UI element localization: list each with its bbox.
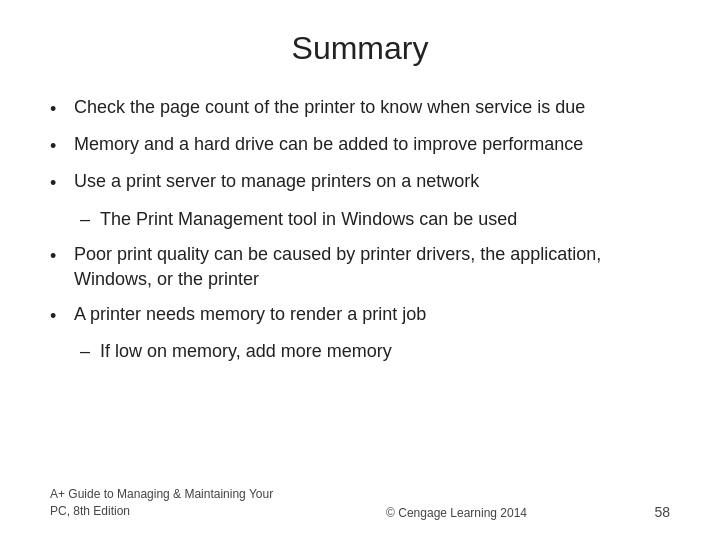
bullet-dot: • [50, 304, 74, 329]
bullet-text: A printer needs memory to render a print… [74, 302, 670, 327]
bullet-text: Poor print quality can be caused by prin… [74, 242, 670, 292]
bullet-text: Use a print server to manage printers on… [74, 169, 670, 194]
footer-page-number: 58 [640, 504, 670, 520]
bullet-dot: • [50, 171, 74, 196]
content-area: •Check the page count of the printer to … [50, 95, 670, 476]
bullet-list: •Check the page count of the printer to … [50, 95, 670, 375]
footer-copyright: © Cengage Learning 2014 [293, 506, 620, 520]
slide-title: Summary [50, 30, 670, 67]
bullet-item: •Use a print server to manage printers o… [50, 169, 670, 196]
bullet-dot: • [50, 134, 74, 159]
sub-bullet-text: If low on memory, add more memory [100, 339, 670, 364]
bullet-item: •Poor print quality can be caused by pri… [50, 242, 670, 292]
sub-bullet-text: The Print Management tool in Windows can… [100, 207, 670, 232]
bullet-text: Check the page count of the printer to k… [74, 95, 670, 120]
slide-container: Summary •Check the page count of the pri… [0, 0, 720, 540]
footer-left-line1: A+ Guide to Managing & Maintaining Your [50, 486, 273, 503]
bullet-dot: • [50, 97, 74, 122]
sub-bullet-item: –The Print Management tool in Windows ca… [50, 207, 670, 232]
bullet-text: Memory and a hard drive can be added to … [74, 132, 670, 157]
bullet-dot: • [50, 244, 74, 269]
footer: A+ Guide to Managing & Maintaining Your … [50, 476, 670, 520]
bullet-item: •A printer needs memory to render a prin… [50, 302, 670, 329]
sub-bullet-item: –If low on memory, add more memory [50, 339, 670, 364]
footer-left-line2: PC, 8th Edition [50, 503, 273, 520]
footer-left: A+ Guide to Managing & Maintaining Your … [50, 486, 273, 520]
bullet-item: •Check the page count of the printer to … [50, 95, 670, 122]
bullet-item: •Memory and a hard drive can be added to… [50, 132, 670, 159]
sub-bullet-dash: – [80, 339, 100, 364]
sub-bullet-dash: – [80, 207, 100, 232]
